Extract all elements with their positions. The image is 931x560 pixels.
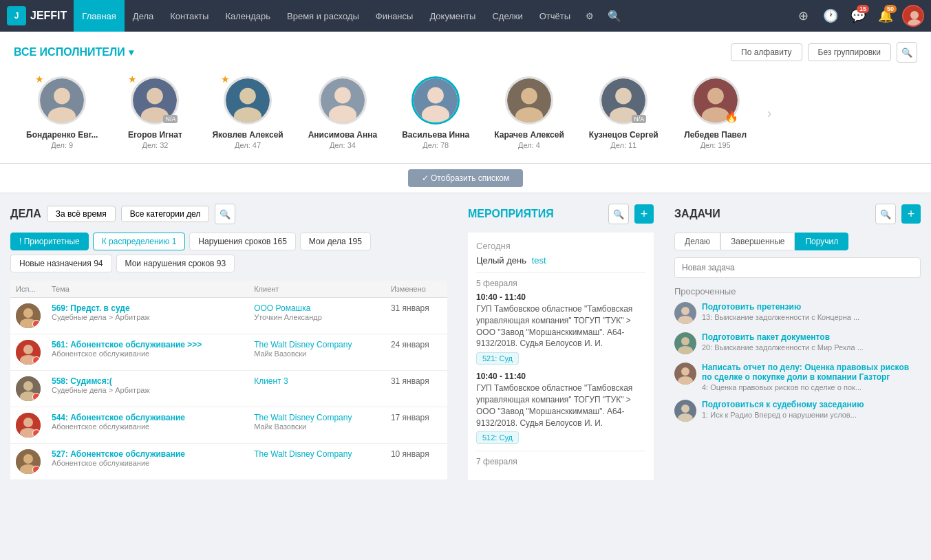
- new-task-input[interactable]: [674, 257, 921, 278]
- tab-doing[interactable]: Делаю: [674, 233, 720, 250]
- svg-point-16: [427, 87, 444, 104]
- performer-item[interactable]: Карачев Алексей Дел: 4: [482, 73, 577, 153]
- performer-item[interactable]: Васильева Инна Дел: 78: [389, 73, 482, 153]
- case-title[interactable]: 561: Абонентское обслуживание >>>: [52, 340, 243, 349]
- case-client-name[interactable]: The Walt Disney Company: [254, 449, 380, 459]
- messages-badge: 15: [857, 5, 869, 13]
- svg-point-49: [681, 367, 689, 376]
- add-button[interactable]: ⊕: [792, 5, 814, 27]
- task-avatar: [674, 363, 696, 385]
- nav-item-cases[interactable]: Дела: [125, 0, 162, 32]
- add-task-button[interactable]: +: [901, 204, 921, 224]
- nav-item-calendar[interactable]: Календарь: [217, 0, 279, 32]
- event1-tag[interactable]: 521: Суд: [476, 352, 519, 365]
- case-date: 31 января: [391, 376, 429, 386]
- cases-title: ДЕЛА: [10, 208, 41, 220]
- fire-icon: 🔥: [725, 110, 738, 123]
- allday-event: Целый день test: [476, 255, 645, 266]
- notifications-button[interactable]: 🔔 50: [875, 5, 897, 27]
- task-title[interactable]: Подготовить претензию: [702, 302, 921, 312]
- event2-time: 10:40 - 11:40: [476, 371, 645, 381]
- cases-header: ДЕЛА За всё время Все категории дел 🔍: [10, 204, 447, 224]
- case-title[interactable]: 569: Предст. в суде: [52, 303, 243, 313]
- svg-point-13: [334, 87, 351, 104]
- task-item: Подготовиться к судебному заседанию 1: И…: [674, 400, 921, 422]
- show-list-button[interactable]: ✓ Отобразить списком: [408, 169, 524, 187]
- nav-item-docs[interactable]: Документы: [421, 0, 484, 32]
- performers-next-arrow[interactable]: ›: [760, 98, 779, 128]
- nav-item-contacts[interactable]: Контакты: [162, 0, 217, 32]
- distribution-tab[interactable]: К распределению 1: [93, 233, 186, 250]
- event2-tag[interactable]: 512: Суд: [476, 431, 519, 444]
- tasks-tab-group: Делаю Завершенные Поручил: [674, 233, 921, 250]
- performer-name: Васильева Инна: [402, 130, 469, 140]
- nav-item-finance[interactable]: Финансы: [367, 0, 422, 32]
- performer-item[interactable]: N/A Кузнецов Сергей Дел: 11: [577, 73, 671, 153]
- plus-icon: ⊕: [798, 8, 809, 23]
- feb5-section: 5 февраля 10:40 - 11:40 ГУП Тамбовское о…: [476, 272, 645, 444]
- add-event-button[interactable]: +: [634, 204, 654, 224]
- case-title[interactable]: 544: Абонентское обслуживание: [52, 413, 243, 422]
- case-client-person: Майк Вазовски: [254, 422, 380, 431]
- task-title[interactable]: Написать отчет по делу: Оценка правовых …: [702, 363, 921, 382]
- logo[interactable]: J JEFFIT: [7, 6, 67, 25]
- group-button[interactable]: Без группировки: [808, 43, 891, 61]
- feb7-section: 7 февраля: [476, 451, 645, 466]
- user-avatar[interactable]: [902, 5, 924, 27]
- new-assignments-tab[interactable]: Новые назначения 94: [10, 255, 112, 272]
- messages-button[interactable]: 💬 15: [847, 5, 869, 27]
- alpha-sort-button[interactable]: По алфавиту: [731, 43, 802, 61]
- violations-tab[interactable]: Нарушения сроков 165: [189, 233, 295, 250]
- my-cases-tab[interactable]: Мои дела 195: [300, 233, 371, 250]
- my-violations-tab[interactable]: Мои нарушения сроков 93: [116, 255, 235, 272]
- svg-point-40: [23, 454, 33, 464]
- performer-cases: Дел: 9: [51, 141, 73, 149]
- performer-item[interactable]: Анисимова Анна Дел: 34: [296, 73, 389, 153]
- performer-avatar-wrap: ★ N/A: [131, 76, 179, 125]
- performers-list: ★ Бондаренко Евг... Дел: 9 ★ N/A Егоров …: [14, 73, 917, 153]
- performer-avatar-wrap: 🔥: [692, 76, 740, 125]
- nav-item-deals[interactable]: Сделки: [484, 0, 531, 32]
- case-client-name[interactable]: The Walt Disney Company: [254, 413, 380, 422]
- search-icon[interactable]: 🔍: [601, 10, 628, 23]
- performer-avatar-wrap: [411, 76, 460, 125]
- performer-item[interactable]: ★ N/A Егоров Игнат Дел: 32: [110, 73, 200, 153]
- tab-assigned[interactable]: Поручил: [795, 233, 848, 250]
- case-title[interactable]: 527: Абонентское обслуживание: [52, 449, 243, 459]
- task-title[interactable]: Подготовить пакет документов: [702, 332, 921, 342]
- performer-item[interactable]: 🔥 Лебедев Павел Дел: 195: [671, 73, 760, 153]
- events-search-button[interactable]: 🔍: [608, 204, 629, 224]
- svg-point-4: [54, 88, 70, 105]
- task-title[interactable]: Подготовиться к судебному заседанию: [702, 400, 921, 409]
- performer-avatar: [38, 76, 86, 125]
- performer-name: Кузнецов Сергей: [589, 130, 659, 140]
- tasks-section: ЗАДАЧИ 🔍 + Делаю Завершенные Поручил Про…: [664, 193, 931, 491]
- case-client-name[interactable]: The Walt Disney Company: [254, 340, 380, 349]
- nav-item-reports[interactable]: Отчёты: [531, 0, 579, 32]
- gear-icon[interactable]: ⚙: [579, 11, 601, 21]
- performer-cases: Дел: 34: [330, 141, 356, 149]
- case-client-name[interactable]: ООО Ромашка: [254, 303, 380, 313]
- cases-search-button[interactable]: 🔍: [215, 204, 235, 224]
- performer-avatar-wrap: ★: [38, 76, 86, 125]
- category-filter-button[interactable]: Все категории дел: [121, 206, 209, 222]
- performers-search-button[interactable]: 🔍: [897, 42, 917, 63]
- tab-done[interactable]: Завершенные: [720, 233, 795, 250]
- nav-item-home[interactable]: Главная: [74, 0, 124, 32]
- performer-avatar: [224, 76, 272, 125]
- executor-avatar: [16, 303, 41, 328]
- time-filter-button[interactable]: За всё время: [47, 206, 116, 222]
- today-label: Сегодня: [476, 241, 645, 251]
- performers-title: ВСЕ ИСПОЛНИТЕЛИ ▾: [14, 46, 133, 58]
- performer-item[interactable]: ★ Яковлев Алексей Дел: 47: [200, 73, 295, 153]
- history-button[interactable]: 🕐: [820, 5, 842, 27]
- performer-avatar-wrap: N/A: [599, 76, 648, 125]
- priority-tab[interactable]: ! Приоритетные: [10, 233, 89, 250]
- nav-item-time[interactable]: Время и расходы: [279, 0, 367, 32]
- performer-cases: Дел: 195: [700, 141, 731, 149]
- case-title[interactable]: 558: Судимся:(: [52, 376, 243, 386]
- task-item: Написать отчет по делу: Оценка правовых …: [674, 363, 921, 391]
- performer-item[interactable]: ★ Бондаренко Евг... Дел: 9: [14, 73, 110, 153]
- case-client-name[interactable]: Клиент 3: [254, 376, 380, 386]
- tasks-search-button[interactable]: 🔍: [875, 204, 896, 224]
